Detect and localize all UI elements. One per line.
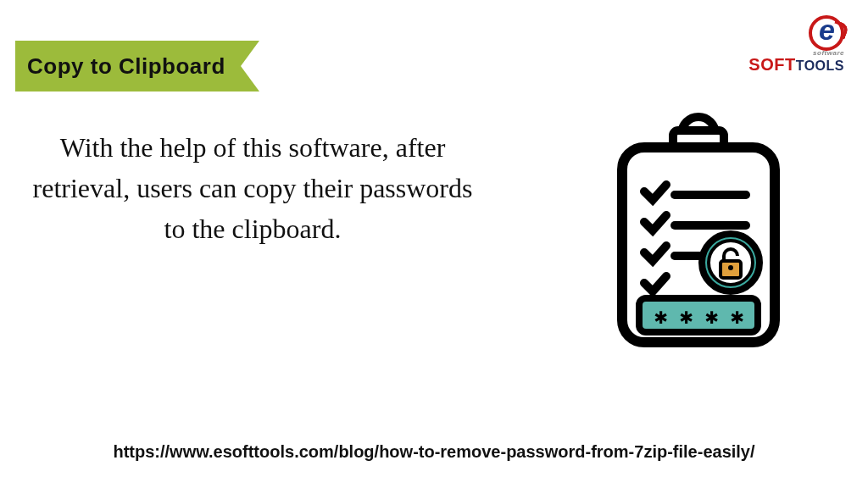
svg-text:✱: ✱ xyxy=(654,303,668,329)
logo-part2: softwareTOOLS xyxy=(796,58,844,73)
title-ribbon: Copy to Clipboard xyxy=(15,41,259,92)
logo-text: SOFTsoftwareTOOLS xyxy=(748,56,844,73)
source-url: https://www.esofttools.com/blog/how-to-r… xyxy=(0,439,868,464)
svg-text:✱: ✱ xyxy=(731,303,744,329)
brand-logo: SOFTsoftwareTOOLS xyxy=(748,15,844,73)
logo-part1: SOFT xyxy=(748,55,795,74)
ribbon-label: Copy to Clipboard xyxy=(15,41,241,92)
ribbon-tail-icon xyxy=(241,41,259,92)
svg-point-8 xyxy=(728,265,733,270)
clipboard-lock-icon: ✱ ✱ ✱ ✱ xyxy=(588,110,809,364)
svg-text:✱: ✱ xyxy=(680,303,693,329)
svg-text:✱: ✱ xyxy=(705,303,719,329)
description-text: With the help of this software, after re… xyxy=(32,127,473,249)
logo-e-icon xyxy=(809,15,844,51)
logo-sub: software xyxy=(813,50,844,57)
